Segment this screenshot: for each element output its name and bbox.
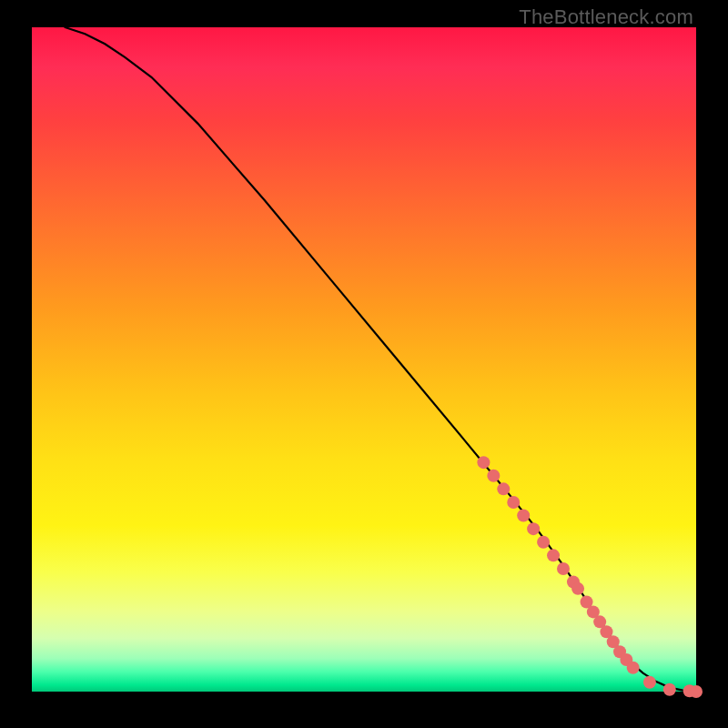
marker-point — [507, 496, 520, 509]
curve-line — [66, 27, 697, 692]
marker-point — [497, 482, 510, 495]
marker-point — [663, 683, 676, 696]
marker-point — [627, 662, 640, 674]
marker-point — [527, 522, 540, 535]
marker-point — [690, 685, 703, 698]
marker-point — [557, 562, 570, 575]
marker-point — [643, 676, 656, 689]
marker-point — [487, 470, 500, 482]
marker-point — [547, 549, 560, 561]
marker-point — [537, 536, 550, 549]
chart-overlay — [32, 27, 696, 692]
marker-point — [477, 456, 490, 469]
marker-group — [477, 456, 703, 698]
watermark-text: TheBottleneck.com — [519, 5, 693, 29]
marker-point — [571, 582, 584, 595]
marker-point — [517, 510, 530, 522]
